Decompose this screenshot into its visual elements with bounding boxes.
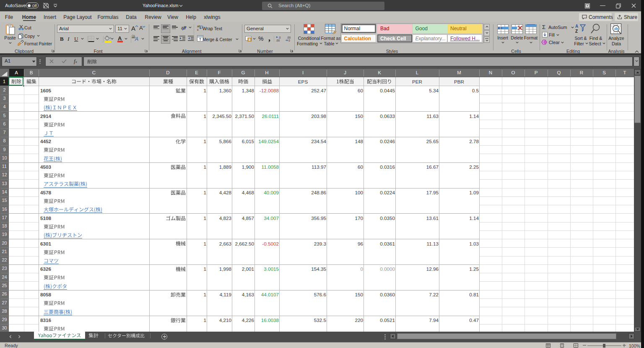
svg-text:ab: ab [181, 26, 186, 30]
svg-text:0: 0 [288, 39, 290, 42]
svg-text:c: c [197, 28, 199, 31]
svg-text:.00: .00 [287, 36, 291, 39]
svg-text:Z: Z [575, 29, 578, 34]
svg-text:.00: .00 [276, 39, 280, 42]
svg-text:A: A [575, 24, 578, 29]
svg-text:.0: .0 [278, 36, 281, 39]
